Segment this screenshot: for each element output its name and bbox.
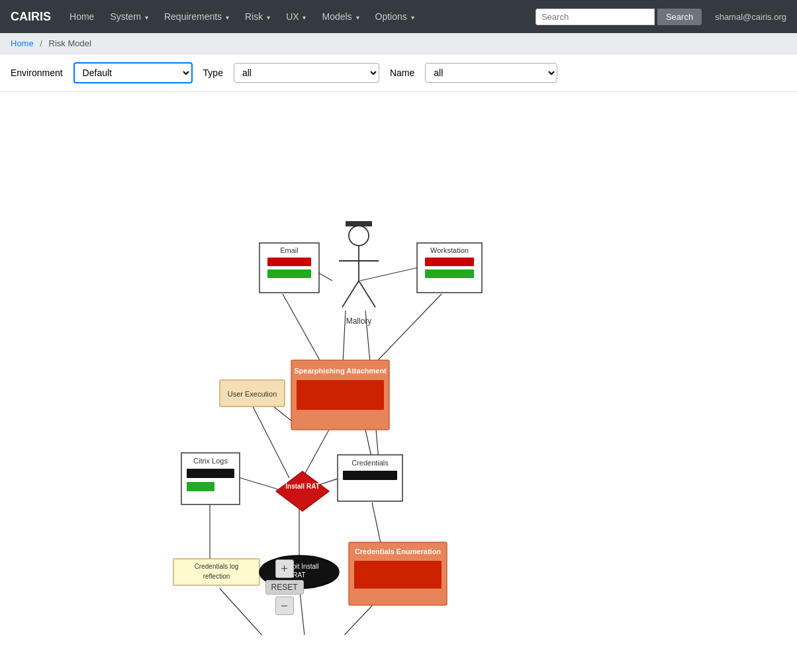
zoom-controls: + RESET − — [275, 559, 294, 615]
svg-rect-21 — [267, 258, 311, 266]
name-select[interactable]: all — [425, 63, 557, 83]
breadcrumb-separator: / — [40, 38, 42, 48]
svg-text:Mallory: Mallory — [346, 316, 372, 326]
svg-line-31 — [342, 281, 359, 307]
nav-models[interactable]: Models ▾ — [316, 9, 364, 24]
citrix-logs-node[interactable]: Citrix Logs — [181, 453, 240, 504]
svg-rect-26 — [425, 269, 474, 278]
environment-label: Environment — [11, 68, 63, 78]
breadcrumb: Home / Risk Model — [0, 33, 797, 54]
brand[interactable]: CAIRIS — [11, 10, 51, 24]
type-label: Type — [203, 68, 223, 78]
svg-text:Credentials Enumeration: Credentials Enumeration — [355, 548, 441, 555]
zoom-out-button[interactable]: − — [275, 597, 294, 615]
reset-button[interactable]: RESET — [265, 580, 304, 595]
filter-bar: Environment Default Type all Name all — [0, 54, 797, 92]
install-rat-node[interactable]: Install RAT — [276, 471, 329, 511]
svg-text:Citrix Logs: Citrix Logs — [193, 457, 228, 465]
svg-line-14 — [220, 589, 283, 635]
svg-rect-47 — [343, 471, 397, 480]
nav-home[interactable]: Home — [64, 9, 99, 24]
nav-system[interactable]: System ▾ — [105, 9, 154, 24]
svg-text:Email: Email — [280, 246, 299, 254]
email-node[interactable]: Email — [259, 243, 319, 293]
svg-line-32 — [359, 281, 375, 307]
nav-risk[interactable]: Risk ▾ — [240, 9, 275, 24]
svg-text:Workstation: Workstation — [430, 246, 469, 254]
svg-rect-25 — [425, 258, 474, 266]
type-select[interactable]: all — [234, 63, 379, 83]
svg-text:Install RAT: Install RAT — [285, 483, 319, 490]
user-menu[interactable]: shamal@cairis.org — [715, 12, 786, 22]
nav-ux[interactable]: UX ▾ — [281, 9, 311, 24]
svg-text:Credentials log: Credentials log — [195, 563, 239, 570]
search-button[interactable]: Search — [657, 9, 702, 25]
credentials-enum-node[interactable]: Credentials Enumeration — [349, 542, 447, 605]
nav-requirements[interactable]: Requirements ▾ — [159, 9, 234, 24]
name-label: Name — [390, 68, 414, 78]
svg-rect-38 — [297, 380, 384, 410]
svg-text:reflection: reflection — [203, 573, 230, 580]
mallory-actor[interactable]: Mallory — [339, 221, 379, 326]
svg-rect-22 — [267, 269, 311, 278]
svg-text:RAT: RAT — [293, 571, 305, 579]
svg-rect-56 — [354, 561, 442, 589]
breadcrumb-home[interactable]: Home — [11, 38, 34, 48]
svg-text:User Execution: User Execution — [228, 390, 277, 398]
svg-line-4 — [360, 267, 418, 281]
diagram-svg: Email Workstation Mallory — [0, 92, 797, 635]
credentials-node[interactable]: Credentials — [338, 455, 402, 501]
svg-marker-39 — [276, 471, 329, 511]
svg-line-7 — [253, 407, 289, 478]
diagram-area: Email Workstation Mallory — [0, 92, 797, 635]
zoom-in-button[interactable]: + — [275, 559, 294, 578]
navbar: CAIRIS Home System ▾ Requirements ▾ Risk… — [0, 0, 797, 33]
user-execution-node[interactable]: User Execution — [220, 380, 285, 407]
nav-options[interactable]: Options ▾ — [370, 9, 420, 24]
search-form: Search — [536, 9, 702, 25]
search-input[interactable] — [536, 9, 655, 25]
workstation-node[interactable]: Workstation — [417, 243, 482, 293]
environment-select[interactable]: Default — [73, 62, 193, 83]
svg-point-28 — [349, 226, 369, 246]
svg-text:Spearphishing Attachment: Spearphishing Attachment — [294, 367, 387, 375]
svg-line-6 — [303, 430, 329, 478]
svg-rect-43 — [187, 469, 234, 478]
spearphishing-node[interactable]: Spearphishing Attachment — [291, 360, 389, 430]
credentials-log-node[interactable]: Credentials log reflection — [173, 559, 259, 585]
svg-rect-44 — [187, 482, 214, 491]
svg-text:Credentials: Credentials — [352, 459, 389, 467]
breadcrumb-current: Risk Model — [49, 38, 91, 48]
